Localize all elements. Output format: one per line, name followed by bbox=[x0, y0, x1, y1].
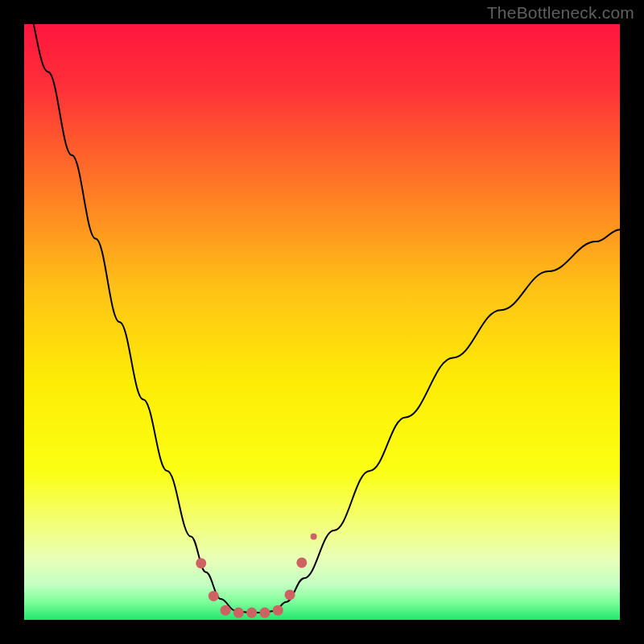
curve-layer bbox=[24, 24, 620, 620]
marker-dot bbox=[296, 557, 307, 568]
marker-dot bbox=[246, 608, 257, 618]
plot-area bbox=[24, 24, 620, 620]
watermark-text: TheBottleneck.com bbox=[487, 3, 634, 23]
marker-dot bbox=[221, 605, 231, 616]
bottleneck-curve bbox=[24, 24, 620, 613]
marker-dot bbox=[259, 608, 270, 618]
curve-markers bbox=[196, 533, 316, 617]
marker-dot bbox=[208, 591, 219, 601]
chart-frame: TheBottleneck.com bbox=[0, 0, 644, 644]
marker-dot bbox=[196, 558, 206, 568]
marker-dot bbox=[311, 533, 317, 539]
marker-dot bbox=[273, 605, 283, 616]
marker-dot bbox=[285, 589, 295, 600]
marker-dot bbox=[233, 608, 244, 618]
